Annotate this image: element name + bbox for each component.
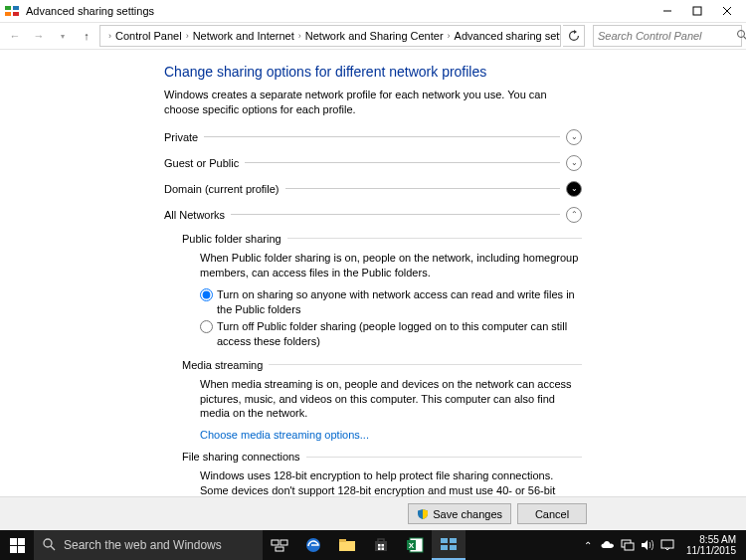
svg-rect-35 <box>450 538 457 543</box>
tray-overflow[interactable]: ⌃ <box>581 540 595 551</box>
svg-rect-1 <box>13 6 19 10</box>
start-button[interactable] <box>0 530 34 560</box>
radio-public-sharing-on[interactable]: Turn on sharing so anyone with network a… <box>200 287 582 317</box>
page-description: Windows creates a separate network profi… <box>164 88 582 117</box>
tray-notifications-icon[interactable] <box>660 539 674 551</box>
divider <box>231 214 560 215</box>
divider <box>269 364 582 365</box>
section-guest[interactable]: Guest or Public ⌄ <box>164 155 582 171</box>
svg-rect-30 <box>382 548 385 551</box>
radio-label: Turn on sharing so anyone with network a… <box>217 287 582 317</box>
search-input[interactable] <box>598 30 736 42</box>
cancel-button[interactable]: Cancel <box>517 503 587 524</box>
chevron-right-icon: › <box>298 31 301 41</box>
section-private[interactable]: Private ⌄ <box>164 129 582 145</box>
save-button[interactable]: Save changes <box>408 503 511 524</box>
public-folder-sharing: Public folder sharing When Public folder… <box>182 233 582 349</box>
svg-rect-17 <box>18 546 25 553</box>
breadcrumb-item[interactable]: Network and Internet <box>193 30 294 42</box>
task-store[interactable] <box>364 530 398 560</box>
section-label: All Networks <box>164 209 225 221</box>
button-label: Save changes <box>433 508 502 520</box>
breadcrumb[interactable]: › Control Panel › Network and Internet ›… <box>99 25 561 47</box>
divider <box>204 136 560 137</box>
task-explorer[interactable] <box>330 530 364 560</box>
system-tray: ⌃ 8:55 AM 11/11/2015 <box>581 530 746 560</box>
svg-rect-5 <box>693 7 701 15</box>
svg-rect-25 <box>339 539 346 542</box>
tray-network-icon[interactable] <box>621 539 635 551</box>
search-box[interactable] <box>593 25 742 47</box>
taskbar-search[interactable]: Search the web and Windows <box>34 530 263 560</box>
divider <box>287 238 582 239</box>
breadcrumb-item[interactable]: Advanced sharing settings <box>455 30 561 42</box>
breadcrumb-item[interactable]: Network and Sharing Center <box>305 30 444 42</box>
section-label: Domain (current profile) <box>164 183 280 195</box>
media-streaming-link[interactable]: Choose media streaming options... <box>200 429 582 441</box>
taskbar: Search the web and Windows X ⌃ <box>0 530 746 560</box>
svg-rect-39 <box>625 543 634 550</box>
svg-rect-20 <box>272 540 279 545</box>
svg-rect-26 <box>375 541 387 551</box>
section-domain[interactable]: Domain (current profile) ⌄ <box>164 181 582 197</box>
up-button[interactable]: ↑ <box>76 25 97 47</box>
svg-rect-16 <box>10 546 17 553</box>
breadcrumb-item[interactable]: Control Panel <box>115 30 182 42</box>
minimize-button[interactable] <box>653 1 682 21</box>
expand-button[interactable]: ⌄ <box>566 129 582 145</box>
subsection-desc: When Public folder sharing is on, people… <box>200 251 582 280</box>
radio-public-sharing-off[interactable]: Turn off Public folder sharing (people l… <box>200 319 582 349</box>
svg-rect-3 <box>13 12 19 16</box>
footer: Save changes Cancel <box>0 496 746 530</box>
window-title: Advanced sharing settings <box>26 5 653 17</box>
svg-rect-0 <box>5 6 11 10</box>
taskbar-search-placeholder: Search the web and Windows <box>64 538 222 552</box>
tray-onedrive-icon[interactable] <box>601 540 615 550</box>
maximize-button[interactable] <box>682 1 712 21</box>
svg-rect-27 <box>378 544 381 547</box>
clock-date: 11/11/2015 <box>686 545 736 556</box>
recent-dropdown[interactable]: ▾ <box>52 25 74 47</box>
chevron-right-icon: › <box>448 31 451 41</box>
svg-rect-29 <box>378 548 381 551</box>
subsection-heading: Media streaming <box>182 359 263 371</box>
expand-button[interactable]: ⌄ <box>566 181 582 197</box>
divider <box>245 162 560 163</box>
radio-input[interactable] <box>200 320 213 333</box>
svg-rect-14 <box>10 538 17 545</box>
titlebar: Advanced sharing settings <box>0 0 746 22</box>
taskbar-items: X <box>263 530 466 560</box>
svg-rect-28 <box>382 544 385 547</box>
subsection-heading: File sharing connections <box>182 451 300 463</box>
close-button[interactable] <box>712 1 742 21</box>
svg-rect-21 <box>280 540 287 545</box>
svg-rect-22 <box>276 547 283 551</box>
back-button[interactable]: ← <box>4 25 26 47</box>
svg-text:X: X <box>409 541 415 550</box>
chevron-right-icon: › <box>186 31 189 41</box>
svg-line-19 <box>51 546 55 550</box>
search-icon[interactable] <box>736 29 746 43</box>
divider <box>306 457 582 458</box>
button-label: Cancel <box>535 508 569 520</box>
forward-button[interactable]: → <box>28 25 50 47</box>
svg-point-18 <box>44 539 52 547</box>
control-panel-icon <box>4 3 20 19</box>
task-control-panel[interactable] <box>432 530 466 560</box>
svg-rect-37 <box>450 545 457 550</box>
section-all-networks[interactable]: All Networks ⌃ <box>164 207 582 223</box>
section-label: Private <box>164 131 198 143</box>
task-excel[interactable]: X <box>398 530 432 560</box>
svg-rect-2 <box>5 12 11 16</box>
refresh-button[interactable] <box>563 25 585 47</box>
task-edge[interactable] <box>296 530 330 560</box>
content-area: Change sharing options for different net… <box>0 50 746 527</box>
svg-rect-34 <box>441 538 448 543</box>
radio-input[interactable] <box>200 288 213 301</box>
taskbar-clock[interactable]: 8:55 AM 11/11/2015 <box>680 534 742 556</box>
section-label: Guest or Public <box>164 157 239 169</box>
collapse-button[interactable]: ⌃ <box>566 207 582 223</box>
expand-button[interactable]: ⌄ <box>566 155 582 171</box>
tray-volume-icon[interactable] <box>641 539 654 551</box>
task-view-button[interactable] <box>263 530 296 560</box>
